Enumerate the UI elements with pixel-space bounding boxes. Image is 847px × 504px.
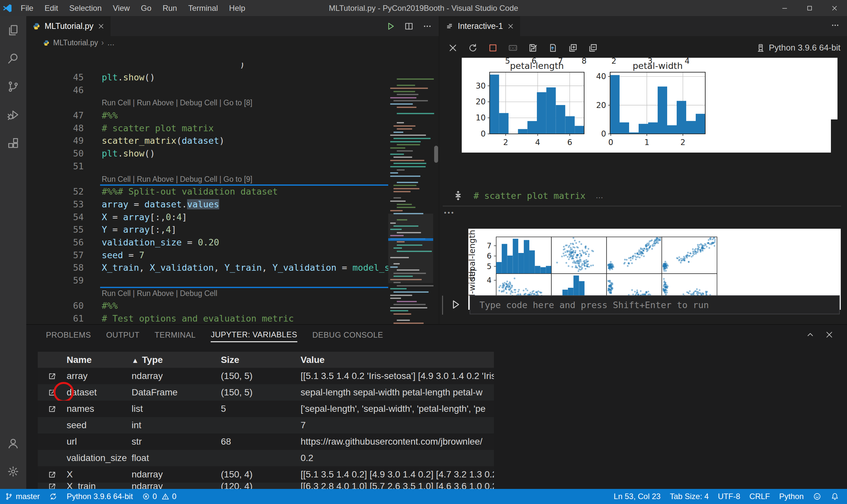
- collapse-all-button[interactable]: [587, 42, 599, 54]
- breadcrumb[interactable]: MLTutorial.py › …: [26, 36, 439, 50]
- table-row-X_train[interactable]: X_trainndarray(120, 4)[[6.3 2.8 4.0 1.0]…: [38, 483, 494, 489]
- breadcrumb-more[interactable]: …: [107, 38, 114, 47]
- code-line[interactable]: 51: [26, 160, 388, 173]
- table-row-seed[interactable]: seedint7: [38, 417, 494, 433]
- icon-cell[interactable]: [38, 483, 67, 489]
- output-options-icon[interactable]: •••: [444, 209, 455, 217]
- menu-terminal[interactable]: Terminal: [182, 0, 223, 16]
- menu-help[interactable]: Help: [223, 0, 251, 16]
- header-type[interactable]: ▲Type: [131, 355, 221, 365]
- more-actions-icon[interactable]: [422, 21, 432, 31]
- code-line[interactable]: 50plt.show(): [26, 147, 388, 160]
- panel-tab-terminal[interactable]: TERMINAL: [155, 330, 196, 342]
- python-interpreter-status[interactable]: Python 3.9.6 64-bit: [62, 489, 137, 504]
- code-line[interactable]: 59: [26, 274, 388, 287]
- export-button[interactable]: [547, 42, 559, 54]
- code-line[interactable]: 58X_train, X_validation, Y_train, Y_vali…: [26, 262, 388, 274]
- panel-tab-jupyter-variables[interactable]: JUPYTER: VARIABLES: [211, 330, 297, 342]
- menu-view[interactable]: View: [107, 0, 136, 16]
- activity-search[interactable]: [0, 44, 26, 73]
- maximize-panel-icon[interactable]: [806, 330, 815, 339]
- activity-extensions[interactable]: [0, 129, 26, 157]
- restart-kernel-button[interactable]: [467, 42, 479, 54]
- minimap[interactable]: [388, 50, 433, 324]
- tab-mltutorial[interactable]: MLTutorial.py: [26, 16, 111, 36]
- code-line[interactable]: 55Y = array[:,4]: [26, 223, 388, 236]
- notifications-button[interactable]: [826, 489, 844, 504]
- table-row-array[interactable]: arrayndarray(150, 5)[[5.1 3.5 1.4 0.2 'I…: [38, 368, 494, 384]
- tab-interactive-1[interactable]: Interactive-1: [439, 16, 520, 36]
- more-actions-icon[interactable]: [831, 21, 840, 30]
- problems-status[interactable]: 0 0: [138, 489, 181, 504]
- minimize-window-button[interactable]: [772, 0, 797, 16]
- collapsed-code-dots[interactable]: …: [595, 191, 604, 200]
- close-button[interactable]: [447, 42, 459, 54]
- interactive-code-input[interactable]: [470, 295, 840, 314]
- activity-account[interactable]: [0, 429, 26, 457]
- status-crlf[interactable]: CRLF: [745, 489, 775, 504]
- sync-status[interactable]: [44, 489, 62, 504]
- status-utf-8[interactable]: UTF-8: [714, 489, 745, 504]
- menu-run[interactable]: Run: [157, 0, 182, 16]
- icon-cell[interactable]: [38, 371, 67, 381]
- export-notebook-button[interactable]: [527, 42, 539, 54]
- goto-cell-icon[interactable]: [453, 190, 464, 201]
- code-line[interactable]: 56validation_size = 0.20: [26, 236, 388, 249]
- run-input-icon[interactable]: [449, 298, 462, 311]
- panel-tab-output[interactable]: OUTPUT: [106, 330, 140, 342]
- icon-cell[interactable]: [38, 404, 67, 414]
- table-row-url[interactable]: urlstr68https://raw.githubusercontent.co…: [38, 433, 494, 450]
- kernel-status[interactable]: Python 3.9.6 64-bit: [756, 36, 841, 59]
- panel-tab-problems[interactable]: PROBLEMS: [46, 330, 91, 342]
- header-value[interactable]: Value: [301, 355, 494, 365]
- table-row-names[interactable]: nameslist5['sepal-length', 'sepal-width'…: [38, 401, 494, 417]
- close-window-button[interactable]: [822, 0, 847, 16]
- codelens-links[interactable]: Run Cell | Run Above | Debug Cell | Go t…: [102, 173, 252, 186]
- code-line[interactable]: 48# scatter plot matrix: [26, 122, 388, 135]
- expand-all-button[interactable]: [567, 42, 579, 54]
- code-line[interactable]: 60#%%: [26, 300, 388, 312]
- code-line[interactable]: 45plt.show(): [26, 71, 388, 84]
- code-line[interactable]: 54X = array[:,0:4]: [26, 211, 388, 224]
- code-line[interactable]: 57seed = 7: [26, 249, 388, 262]
- menu-go[interactable]: Go: [135, 0, 157, 16]
- panel-tab-debug-console[interactable]: DEBUG CONSOLE: [312, 330, 383, 342]
- close-tab-icon[interactable]: [97, 23, 105, 30]
- run-file-icon[interactable]: [385, 21, 395, 31]
- header-name[interactable]: Name: [67, 355, 131, 365]
- code-line[interactable]: 46: [26, 84, 388, 97]
- status-ln-53-col-23[interactable]: Ln 53, Col 23: [609, 489, 665, 504]
- status-python[interactable]: Python: [774, 489, 808, 504]
- code-line[interactable]: 47#%%: [26, 109, 388, 122]
- icon-cell[interactable]: [38, 470, 67, 480]
- split-editor-icon[interactable]: [404, 21, 414, 31]
- close-panel-icon[interactable]: [825, 330, 834, 339]
- breadcrumb-file[interactable]: MLTutorial.py: [53, 38, 98, 47]
- header-size[interactable]: Size: [221, 355, 301, 365]
- codelens-links[interactable]: Run Cell | Run Above | Debug Cell | Go t…: [102, 96, 252, 109]
- table-row-X[interactable]: Xndarray(150, 4)[[5.1 3.5 1.4 0.2] [4.9 …: [38, 466, 494, 483]
- table-row-validation_size[interactable]: validation_sizefloat0.2: [38, 450, 494, 466]
- menu-file[interactable]: File: [15, 0, 39, 16]
- more-actions-icon[interactable]: [831, 21, 840, 30]
- table-row-dataset[interactable]: datasetDataFrame(150, 5)sepal-length sep…: [38, 384, 494, 401]
- interrupt-kernel-button[interactable]: [487, 42, 499, 54]
- code-editor[interactable]: ) 45plt.show()46Run Cell | Run Above | D…: [26, 50, 388, 324]
- code-line[interactable]: 52#%%# Split-out validation dataset: [26, 185, 388, 198]
- activity-explorer[interactable]: [0, 16, 26, 44]
- menu-selection[interactable]: Selection: [64, 0, 107, 16]
- activity-source-control[interactable]: [0, 73, 26, 101]
- codelens-links[interactable]: Run Cell | Run Above | Debug Cell: [102, 287, 217, 300]
- open-variable-icon[interactable]: [47, 483, 57, 489]
- maximize-window-button[interactable]: [797, 0, 822, 16]
- feedback-button[interactable]: [808, 489, 826, 504]
- code-line[interactable]: 61# Test options and evaluation metric: [26, 312, 388, 324]
- menu-edit[interactable]: Edit: [39, 0, 64, 16]
- git-branch-status[interactable]: master: [0, 489, 44, 504]
- open-variable-icon[interactable]: [47, 404, 57, 414]
- code-line[interactable]: 49scatter_matrix(dataset): [26, 134, 388, 147]
- open-variable-icon[interactable]: [47, 470, 57, 480]
- status-tab-size-4[interactable]: Tab Size: 4: [665, 489, 714, 504]
- activity-settings[interactable]: [0, 457, 26, 486]
- close-tab-icon[interactable]: [507, 23, 514, 30]
